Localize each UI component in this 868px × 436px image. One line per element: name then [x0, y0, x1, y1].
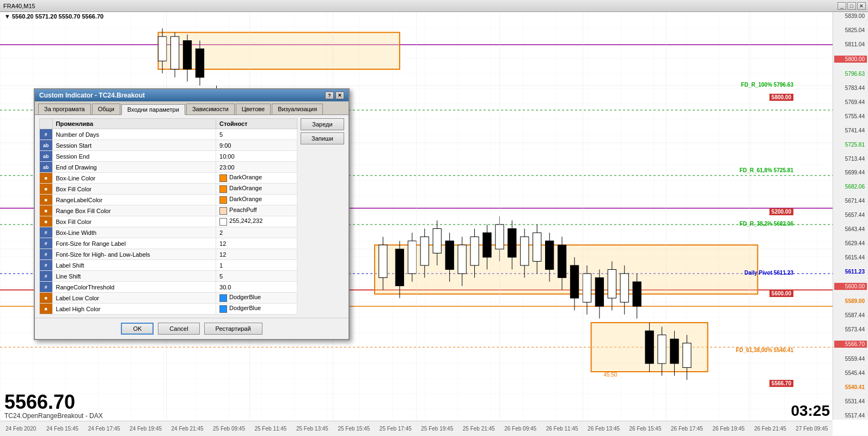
row-icon-cell: # [40, 249, 53, 260]
row-value-cell[interactable]: 33 [216, 314, 297, 315]
price-5839: 5839.00 [834, 13, 867, 19]
table-row[interactable]: ■Box-Line ColorDarkOrange [40, 173, 297, 184]
price-5713: 5713.44 [834, 156, 867, 162]
table-row[interactable]: #Label Shift1 [40, 260, 297, 271]
table-row[interactable]: ■Label Low ColorDodgerBlue [40, 293, 297, 304]
table-row[interactable]: ■Range Box Fill ColorPeachPuff [40, 205, 297, 216]
minimize-button[interactable]: _ [838, 2, 846, 10]
row-icon-cell: ab [40, 162, 53, 173]
custom-indicator-dialog[interactable]: Custom Indicator - TC24.Breakout ? ✕ За … [34, 88, 350, 340]
table-row[interactable]: ■RangeLabelColorDarkOrange [40, 195, 297, 205]
table-row[interactable]: #rr33 [40, 314, 297, 315]
time-label-5: 24 Feb 21:45 [167, 426, 208, 432]
table-row[interactable]: abSession Start9:00 [40, 140, 297, 151]
table-row[interactable]: abEnd of Drawing23:00 [40, 162, 297, 173]
row-value-cell[interactable]: 30.0 [216, 282, 297, 293]
daily-pivot-label: Daily Pivot 5611.23 [744, 270, 793, 276]
row-name-cell: Session Start [52, 140, 216, 151]
svg-rect-53 [533, 233, 541, 262]
svg-rect-49 [508, 229, 516, 258]
row-value-cell[interactable]: 5 [216, 129, 297, 140]
time-label-3: 24 Feb 17:45 [83, 426, 125, 432]
dialog-titlebar: Custom Indicator - TC24.Breakout ? ✕ [35, 89, 349, 101]
action-buttons-column: Зареди Запиши [301, 118, 344, 314]
row-value-cell[interactable]: 2 [216, 227, 297, 238]
dialog-help-button[interactable]: ? [325, 92, 334, 99]
row-icon-cell: ■ [40, 216, 53, 227]
window-controls[interactable]: _ □ ✕ [838, 2, 866, 10]
svg-rect-39 [445, 241, 454, 270]
table-row[interactable]: ■Box Fill Color255,242,232 [40, 216, 297, 227]
row-value-cell[interactable]: DarkOrange [216, 195, 297, 205]
chart-title: FRA40,M15 [3, 3, 35, 9]
time-label-2: 24 Feb 15:45 [41, 426, 83, 432]
row-icon-cell: ■ [40, 293, 53, 304]
svg-rect-51 [521, 237, 529, 266]
row-value-cell[interactable]: 1 [216, 260, 297, 271]
price-5611: 5611.23 [834, 269, 867, 275]
table-row[interactable]: #Box-Line Width2 [40, 227, 297, 238]
table-row[interactable]: #RangeColorThreshold30.0 [40, 282, 297, 293]
row-value-cell[interactable]: DarkOrange [216, 173, 297, 184]
cancel-button[interactable]: Cancel [158, 323, 199, 335]
svg-rect-19 [170, 37, 179, 69]
row-value-cell[interactable]: 12 [216, 238, 297, 249]
row-value-cell[interactable]: 255,242,232 [216, 216, 297, 227]
time-label-11: 25 Feb 19:45 [417, 426, 458, 432]
tab-input-params[interactable]: Входни параметри [121, 104, 185, 115]
row-value-cell[interactable]: DodgerBlue [216, 304, 297, 314]
tab-dependencies[interactable]: Зависимости [186, 104, 235, 114]
row-icon-cell: ■ [40, 205, 53, 216]
price-5657: 5657.44 [834, 212, 867, 218]
row-value-cell[interactable]: PeachPuff [216, 205, 297, 216]
dialog-close-button[interactable]: ✕ [335, 92, 344, 99]
col-icon [40, 119, 53, 129]
row-value-cell[interactable]: 10:00 [216, 151, 297, 162]
svg-rect-75 [670, 339, 678, 364]
row-icon-cell: ■ [40, 173, 53, 184]
close-button[interactable]: ✕ [857, 2, 866, 10]
color-swatch [219, 294, 227, 302]
tab-about[interactable]: За програмата [38, 104, 91, 114]
svg-rect-65 [608, 270, 616, 299]
row-value-cell[interactable]: 5 [216, 271, 297, 282]
row-value-cell[interactable]: 12 [216, 249, 297, 260]
table-row[interactable]: #Number of Days5 [40, 129, 297, 140]
row-name-cell: Label Shift [52, 260, 216, 271]
ok-button[interactable]: OK [121, 323, 154, 335]
save-button[interactable]: Запиши [301, 132, 344, 144]
table-row[interactable]: ■Box Fill ColorDarkOrange [40, 184, 297, 195]
price-5643: 5643.44 [834, 226, 867, 232]
corner-time: 03:25 [791, 402, 830, 420]
time-label-15: 26 Feb 13:45 [583, 426, 624, 432]
svg-rect-77 [683, 343, 691, 368]
dialog-title-buttons[interactable]: ? ✕ [325, 92, 344, 99]
svg-rect-45 [483, 233, 491, 257]
bottom-left-info: 5566.70 TC24.OpenRangeBreakout - DAX [4, 392, 103, 420]
fd-r382-label: FD_R_38,2% 5682.06 [739, 221, 793, 227]
dialog-tabs: За програмата Общи Входни параметри Зави… [35, 101, 349, 115]
row-name-cell: Label High Color [52, 304, 216, 314]
fd-r100-label: FD_R_100% 5796.63 [741, 82, 793, 88]
price-5545: 5545.44 [834, 370, 867, 376]
row-value-cell[interactable]: 9:00 [216, 140, 297, 151]
svg-rect-29 [379, 245, 387, 278]
table-row[interactable]: #Font-Size for High- and Low-Labels12 [40, 249, 297, 260]
tab-visualization[interactable]: Визуализация [272, 104, 323, 114]
load-button[interactable]: Зареди [301, 118, 344, 130]
table-row[interactable]: #Font-Size for Range Label12 [40, 238, 297, 249]
row-value-cell[interactable]: DodgerBlue [216, 293, 297, 304]
row-value-cell[interactable]: 23:00 [216, 162, 297, 173]
table-row[interactable]: ■Label High ColorDodgerBlue [40, 304, 297, 314]
tab-general[interactable]: Общи [92, 104, 120, 114]
svg-rect-13 [158, 33, 400, 70]
row-value-cell[interactable]: DarkOrange [216, 184, 297, 195]
restart-button[interactable]: Рестартирай [204, 323, 262, 335]
price-5600: 5600.00 [834, 283, 867, 290]
time-label-12: 25 Feb 21:45 [458, 426, 499, 432]
restore-button[interactable]: □ [847, 2, 856, 10]
table-row[interactable]: abSession End10:00 [40, 151, 297, 162]
table-row[interactable]: #Line Shift5 [40, 271, 297, 282]
price-5629: 5629.44 [834, 240, 867, 246]
tab-colors[interactable]: Цветове [236, 104, 271, 114]
